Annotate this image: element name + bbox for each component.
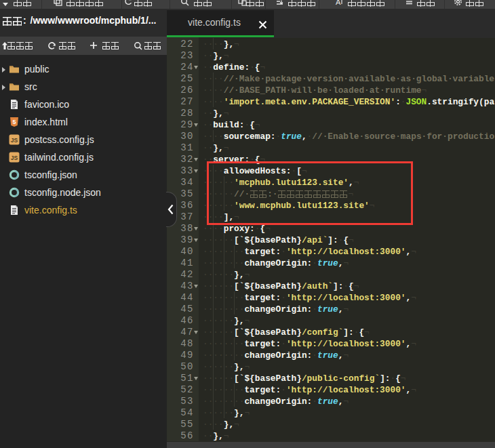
svg-text:JS: JS xyxy=(11,137,18,144)
svg-text:JS: JS xyxy=(11,155,18,161)
svg-text:A: A xyxy=(336,0,341,6)
svg-text:5: 5 xyxy=(12,119,16,125)
